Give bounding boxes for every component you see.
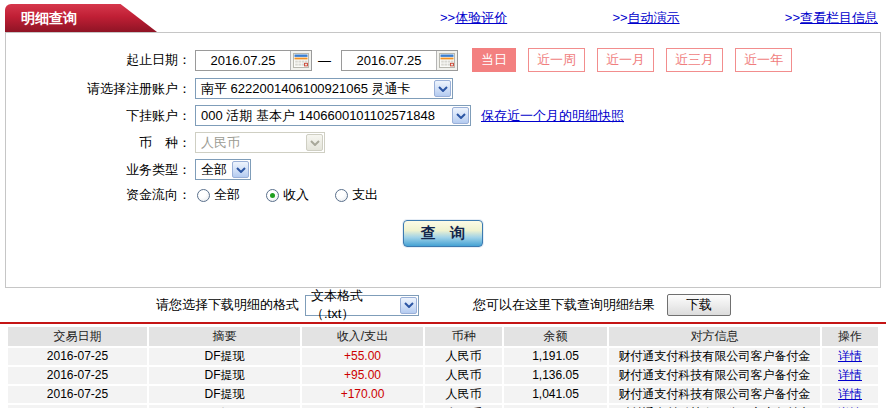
query-form-panel: 起止日期： 2016.07.25 —: [5, 32, 881, 288]
link-prefix: >>: [612, 10, 627, 25]
chevron-down-icon[interactable]: [434, 80, 451, 97]
chevron-down-icon[interactable]: [400, 297, 417, 314]
chevron-down-icon[interactable]: [232, 161, 249, 178]
currency-label: 币 种：: [6, 134, 191, 152]
cell-date: 2016-07-25: [8, 367, 147, 384]
registered-account-label: 请选择注册账户：: [6, 80, 191, 98]
col-header-balance: 余额: [504, 327, 607, 346]
start-date-value: 2016.07.25: [196, 53, 290, 68]
link-label: 查看栏目信息: [800, 10, 878, 25]
cell-counterparty: 财付通支付科技有限公司客户备付金: [609, 386, 820, 403]
cell-balance: 1,136.05: [504, 367, 607, 384]
sub-account-select[interactable]: 000 活期 基本户 1406600101102571848: [195, 105, 471, 126]
table-row: 2016-07-25 DF提现 +55.00 人民币 1,191.05 财付通支…: [8, 348, 878, 365]
quick-range-year[interactable]: 近一年: [735, 48, 792, 72]
detail-link[interactable]: 详情: [838, 368, 862, 382]
radio-expense-label: 支出: [352, 186, 378, 204]
start-date-input[interactable]: 2016.07.25: [195, 50, 312, 71]
table-row: 2016-07-25 DF提现 +170.00 人民币 1,041.05 财付通…: [8, 386, 878, 403]
quick-range-month[interactable]: 近一月: [597, 48, 654, 72]
calendar-icon[interactable]: [290, 51, 311, 70]
download-format-label: 请您选择下载明细的格式: [156, 296, 299, 314]
cell-currency: 人民币: [425, 348, 502, 365]
chevron-down-icon[interactable]: [452, 107, 469, 124]
sub-account-label: 下挂账户：: [6, 107, 191, 125]
currency-row: 币 种： 人民币: [6, 132, 880, 153]
results-table: 交易日期 摘要 收入/支出 币种 余额 对方信息 操作 2016-07-25 D…: [8, 327, 878, 408]
query-button-row: 查 询: [6, 220, 880, 247]
radio-circle-icon[interactable]: [197, 189, 210, 202]
quick-range-today[interactable]: 当日: [472, 48, 516, 72]
col-header-summary: 摘要: [149, 327, 300, 346]
quick-range-quarter[interactable]: 近三月: [666, 48, 723, 72]
cell-amount: +170.00: [302, 386, 423, 403]
top-links: >>体验评价 >>自动演示 >>查看栏目信息: [440, 9, 878, 27]
radio-circle-icon[interactable]: [266, 189, 279, 202]
radio-income[interactable]: 收入: [266, 186, 309, 204]
radio-circle-icon[interactable]: [335, 189, 348, 202]
sub-account-row: 下挂账户： 000 活期 基本户 1406600101102571848 保存近…: [6, 105, 880, 126]
chevron-down-icon: [306, 134, 323, 151]
table-header-row: 交易日期 摘要 收入/支出 币种 余额 对方信息 操作: [8, 327, 878, 346]
link-label: 体验评价: [455, 10, 507, 25]
cell-balance: 1,191.05: [504, 348, 607, 365]
download-format-select[interactable]: 文本格式（.txt）: [305, 295, 419, 316]
col-header-currency: 币种: [425, 327, 502, 346]
col-header-date: 交易日期: [8, 327, 147, 346]
quick-range-week[interactable]: 近一周: [528, 48, 585, 72]
col-header-action: 操作: [822, 327, 878, 346]
cell-date: 2016-07-25: [8, 386, 147, 403]
save-snapshot-link[interactable]: 保存近一个月的明细快照: [481, 107, 624, 125]
link-prefix: >>: [785, 10, 800, 25]
col-header-amount: 收入/支出: [302, 327, 423, 346]
cell-summary: DF提现: [149, 348, 300, 365]
radio-all[interactable]: 全部: [197, 186, 240, 204]
download-button[interactable]: 下载: [667, 294, 731, 316]
sub-account-value: 000 活期 基本户 1406600101102571848: [201, 107, 435, 125]
table-row: 2016-07-25 DF提现 +95.00 人民币 1,136.05 财付通支…: [8, 367, 878, 384]
detail-link[interactable]: 详情: [838, 387, 862, 401]
date-range-row: 起止日期： 2016.07.25 —: [6, 48, 880, 72]
link-experience-rating[interactable]: >>体验评价: [440, 9, 507, 27]
download-row: 请您选择下载明细的格式 文本格式（.txt） 您可以在这里下载查询明细结果 下载: [0, 294, 886, 316]
end-date-value: 2016.07.25: [342, 53, 436, 68]
query-button[interactable]: 查 询: [403, 220, 483, 247]
link-auto-demo[interactable]: >>自动演示: [612, 9, 679, 27]
registered-account-row: 请选择注册账户： 南平 6222001406100921065 灵通卡: [6, 78, 880, 99]
calendar-icon[interactable]: [436, 51, 457, 70]
cell-currency: 人民币: [425, 367, 502, 384]
cell-date: 2016-07-25: [8, 348, 147, 365]
link-label: 自动演示: [628, 10, 680, 25]
link-prefix: >>: [440, 10, 455, 25]
red-divider: [0, 322, 886, 324]
cell-amount: +55.00: [302, 348, 423, 365]
fund-flow-label: 资金流向：: [6, 186, 191, 204]
cell-counterparty: 财付通支付科技有限公司客户备付金: [609, 348, 820, 365]
radio-all-label: 全部: [214, 186, 240, 204]
cell-summary: DF提现: [149, 386, 300, 403]
cell-balance: 1,041.05: [504, 386, 607, 403]
cell-amount: +95.00: [302, 367, 423, 384]
page-tab-detail-query[interactable]: 明细查询: [5, 4, 157, 32]
business-type-value: 全部: [201, 161, 227, 179]
end-date-input[interactable]: 2016.07.25: [341, 50, 458, 71]
radio-expense[interactable]: 支出: [335, 186, 378, 204]
cell-currency: 人民币: [425, 386, 502, 403]
business-type-row: 业务类型： 全部: [6, 159, 880, 180]
currency-select: 人民币: [195, 132, 325, 153]
business-type-label: 业务类型：: [6, 161, 191, 179]
date-range-dash: —: [318, 53, 331, 68]
quick-range-buttons: 当日 近一周 近一月 近三月 近一年: [472, 48, 804, 72]
fund-flow-options: 全部 收入 支出: [197, 186, 404, 204]
download-format-value: 文本格式（.txt）: [311, 287, 400, 323]
col-header-counterparty: 对方信息: [609, 327, 820, 346]
registered-account-select[interactable]: 南平 6222001406100921065 灵通卡: [195, 78, 453, 99]
date-range-label: 起止日期：: [6, 51, 191, 69]
registered-account-value: 南平 6222001406100921065 灵通卡: [201, 80, 411, 98]
download-hint: 您可以在这里下载查询明细结果: [473, 296, 655, 314]
currency-value: 人民币: [201, 134, 240, 152]
link-view-column-info[interactable]: >>查看栏目信息: [785, 9, 878, 27]
detail-link[interactable]: 详情: [838, 349, 862, 363]
business-type-select[interactable]: 全部: [195, 159, 251, 180]
cell-summary: DF提现: [149, 367, 300, 384]
